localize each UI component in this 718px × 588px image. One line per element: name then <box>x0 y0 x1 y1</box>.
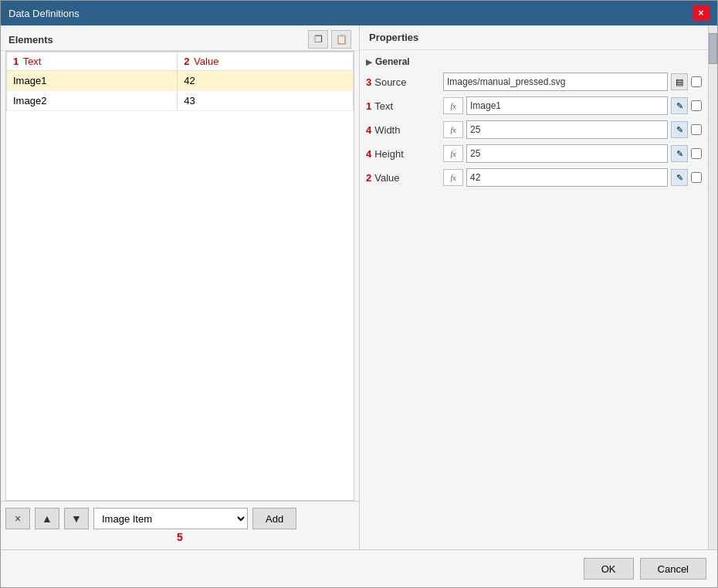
scrollbar-thumb[interactable] <box>709 33 717 64</box>
left-section: Elements ❐ 📋 1 <box>1 25 360 549</box>
prop-value-area-source: ▤ <box>443 73 702 91</box>
elements-toolbar: ❐ 📋 <box>308 30 351 49</box>
row-value: 43 <box>178 91 354 111</box>
prop-value-area-height: fx ✎ <box>443 144 702 163</box>
col-text-label: Text <box>23 56 42 67</box>
prop-num-width: 4 <box>366 124 371 136</box>
paste-button[interactable]: 📋 <box>331 30 351 49</box>
prop-label-width: 4 Width <box>366 124 443 136</box>
prop-value-area-value: fx ✎ <box>443 168 702 187</box>
table-row[interactable]: Image1 42 <box>7 71 354 91</box>
move-up-button[interactable]: ▲ <box>35 508 59 529</box>
main-content: Elements ❐ 📋 1 <box>1 25 717 549</box>
prop-num-value: 2 <box>366 172 371 184</box>
table-header: 1 Text 2 Value <box>7 52 354 71</box>
prop-value-area-width: fx ✎ <box>443 120 702 139</box>
group-triangle-icon: ▶ <box>366 58 372 66</box>
fx-icon-height: fx <box>450 150 456 158</box>
prop-label-height: 4 Height <box>366 148 443 160</box>
move-down-button[interactable]: ▼ <box>64 508 89 529</box>
bottom-controls: × ▲ ▼ Image Item Add <box>5 508 354 529</box>
fx-icon: fx <box>450 102 456 110</box>
col-value-num: 2 <box>184 56 189 67</box>
dialog-footer: OK Cancel <box>1 549 717 587</box>
text-checkbox[interactable] <box>691 100 702 111</box>
source-checkbox[interactable] <box>691 76 702 87</box>
height-edit-button[interactable]: ✎ <box>671 145 688 162</box>
delete-button[interactable]: × <box>5 508 30 529</box>
prop-label-text-width: Width <box>374 124 400 136</box>
prop-label-text-height: Height <box>374 148 404 160</box>
prop-input-value[interactable] <box>466 168 668 187</box>
group-label: General <box>375 56 410 67</box>
dialog-data-definitions: Data Definitions × Elements ❐ 📋 <box>0 0 718 588</box>
prop-num-text: 1 <box>366 100 371 112</box>
general-group-header[interactable]: ▶ General <box>360 53 708 70</box>
copy-icon: ❐ <box>314 34 323 45</box>
cancel-button[interactable]: Cancel <box>640 558 706 580</box>
prop-label-text: 1 Text <box>366 100 443 112</box>
prop-label-text-value: Value <box>374 172 399 184</box>
source-browse-button[interactable]: ▤ <box>671 73 688 90</box>
item-type-select[interactable]: Image Item <box>93 508 248 529</box>
ok-button[interactable]: OK <box>584 558 634 580</box>
prop-row-width: 4 Width fx ✎ <box>360 118 708 142</box>
height-checkbox[interactable] <box>691 148 702 159</box>
copy-button[interactable]: ❐ <box>308 30 328 49</box>
prop-input-source[interactable] <box>443 73 668 91</box>
prop-input-height[interactable] <box>466 144 668 163</box>
prop-label-value: 2 Value <box>366 172 443 184</box>
width-fx-button[interactable]: fx <box>443 121 463 138</box>
text-edit-button[interactable]: ✎ <box>671 97 688 114</box>
col-text-num: 1 <box>13 56 19 67</box>
col-value-label: Value <box>194 56 218 67</box>
table-header-row: 1 Text 2 Value <box>7 52 354 71</box>
prop-num-source: 3 <box>366 76 371 88</box>
bottom-controls-area: × ▲ ▼ Image Item Add 5 <box>1 501 359 549</box>
edit-icon-value: ✎ <box>676 173 683 183</box>
prop-row-height: 4 Height fx ✎ <box>360 142 708 166</box>
table-row[interactable]: Image2 43 <box>7 91 354 111</box>
prop-label-text-source: Source <box>374 76 406 88</box>
width-edit-button[interactable]: ✎ <box>671 121 688 138</box>
prop-value-area-text: fx ✎ <box>443 96 702 115</box>
value-fx-button[interactable]: fx <box>443 169 463 186</box>
elements-table: 1 Text 2 Value Image1 42 <box>6 52 354 111</box>
height-fx-button[interactable]: fx <box>443 145 463 162</box>
elements-header-area: Elements ❐ 📋 <box>1 25 359 51</box>
fx-icon-value: fx <box>450 174 456 182</box>
elements-table-container: 1 Text 2 Value Image1 42 <box>5 51 354 501</box>
row-text: Image1 <box>7 71 178 91</box>
fx-icon-width: fx <box>450 126 456 134</box>
edit-icon-height: ✎ <box>676 149 683 159</box>
col-text-header: 1 Text <box>7 52 178 71</box>
table-body: Image1 42 Image2 43 <box>7 71 354 111</box>
prop-label-source: 3 Source <box>366 76 443 88</box>
prop-row-value: 2 Value fx ✎ <box>360 166 708 190</box>
browse-icon: ▤ <box>676 77 683 87</box>
value-edit-button[interactable]: ✎ <box>671 169 688 186</box>
width-checkbox[interactable] <box>691 124 702 135</box>
prop-num-height: 4 <box>366 148 371 160</box>
edit-icon-width: ✎ <box>676 125 683 135</box>
col-value-header: 2 Value <box>178 52 354 71</box>
close-button[interactable]: × <box>693 5 710 21</box>
properties-header: Properties <box>360 25 708 50</box>
right-section: Properties ▶ General 3 Source <box>360 25 708 549</box>
add-button[interactable]: Add <box>252 508 296 529</box>
prop-input-text[interactable] <box>466 96 668 115</box>
dialog-title: Data Definitions <box>8 8 80 19</box>
edit-icon: ✎ <box>676 101 683 111</box>
prop-input-width[interactable] <box>466 120 668 139</box>
prop-row-text: 1 Text fx ✎ <box>360 94 708 118</box>
right-scrollbar[interactable] <box>708 25 717 549</box>
elements-header: Elements <box>8 34 53 46</box>
row-value: 42 <box>178 71 354 91</box>
paste-icon: 📋 <box>336 34 347 45</box>
title-bar: Data Definitions × <box>1 1 717 25</box>
row-text: Image2 <box>7 91 178 111</box>
step-5-label: 5 <box>5 531 354 543</box>
value-checkbox[interactable] <box>691 172 702 183</box>
prop-label-text-text: Text <box>374 100 393 112</box>
text-fx-button[interactable]: fx <box>443 97 463 114</box>
